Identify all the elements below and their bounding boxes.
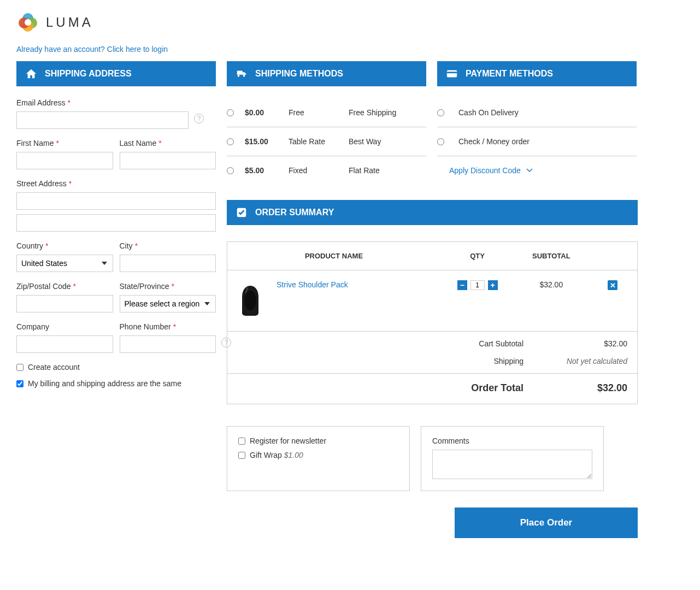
shipping-methods-title: Shipping Methods bbox=[255, 69, 343, 79]
newsletter-checkbox[interactable] bbox=[238, 438, 245, 445]
create-account-checkbox[interactable] bbox=[16, 364, 23, 371]
city-label: City* bbox=[120, 241, 216, 250]
svg-rect-6 bbox=[447, 72, 457, 73]
extras-left-box: Register for newsletter Gift Wrap $1.00 bbox=[227, 426, 410, 491]
state-select[interactable]: Please select a region bbox=[120, 295, 216, 312]
svg-point-8 bbox=[244, 291, 256, 310]
email-tooltip-icon[interactable]: ? bbox=[194, 114, 204, 123]
logo-row: LUMA bbox=[16, 11, 684, 34]
item-subtotal: $32.00 bbox=[514, 270, 588, 332]
state-label: State/Province* bbox=[120, 282, 216, 291]
place-order-button[interactable]: Place Order bbox=[455, 508, 638, 538]
newsletter-label: Register for newsletter bbox=[250, 436, 326, 445]
payment-label: Check / Money order bbox=[458, 137, 530, 146]
shipping-radio[interactable] bbox=[227, 109, 234, 116]
email-label: Email Address* bbox=[16, 98, 189, 107]
last-name-label: Last Name* bbox=[120, 139, 216, 148]
first-name-label: First Name* bbox=[16, 139, 113, 148]
first-name-input[interactable] bbox=[16, 152, 113, 169]
company-label: Company bbox=[16, 322, 113, 331]
shipping-address-header: Shipping Address bbox=[16, 61, 216, 86]
shipping-method-option[interactable]: $0.00 Free Free Shipping bbox=[227, 98, 426, 127]
summary-item-row: Strive Shoulder Pack − + $32.00 ✕ bbox=[227, 270, 638, 332]
shipping-radio[interactable] bbox=[227, 138, 234, 145]
same-billing-label: My billing and shipping address are the … bbox=[28, 379, 181, 388]
order-total-label: Order Total bbox=[237, 382, 523, 394]
phone-label: Phone Number* bbox=[120, 322, 216, 331]
col-product: PRODUCT NAME bbox=[227, 242, 441, 270]
create-account-label: Create account bbox=[28, 363, 80, 371]
shipping-name: Free Shipping bbox=[349, 108, 426, 117]
shipping-radio[interactable] bbox=[227, 167, 234, 174]
brand-text: LUMA bbox=[46, 15, 93, 30]
checkbox-icon bbox=[236, 206, 248, 219]
shipping-carrier: Fixed bbox=[289, 166, 349, 175]
order-total-value: $32.00 bbox=[556, 382, 627, 394]
phone-tooltip-icon[interactable]: ? bbox=[221, 338, 231, 347]
payment-option[interactable]: Cash On Delivery bbox=[437, 98, 637, 127]
cart-subtotal-label: Cart Subtotal bbox=[237, 339, 523, 348]
shipping-methods-header: Shipping Methods bbox=[227, 61, 426, 86]
extras-right-box: Comments bbox=[421, 426, 604, 491]
giftwrap-checkbox[interactable] bbox=[238, 452, 245, 459]
qty-input[interactable] bbox=[470, 280, 485, 290]
email-input[interactable] bbox=[16, 111, 189, 129]
payment-label: Cash On Delivery bbox=[458, 108, 519, 117]
payment-methods-header: Payment Methods bbox=[437, 61, 637, 86]
shipping-total-label: Shipping bbox=[237, 357, 523, 365]
truck-icon bbox=[236, 68, 248, 80]
last-name-input[interactable] bbox=[120, 152, 216, 169]
order-summary-title: Order Summary bbox=[255, 208, 334, 217]
shipping-name: Flat Rate bbox=[349, 166, 426, 175]
street-label: Street Address* bbox=[16, 179, 216, 188]
payment-methods-list: Cash On Delivery Check / Money order App… bbox=[437, 86, 637, 185]
payment-methods-title: Payment Methods bbox=[466, 69, 553, 79]
qty-decrease-button[interactable]: − bbox=[457, 280, 467, 290]
street-input-1[interactable] bbox=[16, 192, 216, 210]
country-label: Country* bbox=[16, 241, 113, 250]
login-link[interactable]: Already have an account? Click here to l… bbox=[16, 45, 168, 54]
zip-input[interactable] bbox=[16, 295, 113, 312]
shipping-method-option[interactable]: $5.00 Fixed Flat Rate bbox=[227, 156, 426, 185]
shipping-price: $0.00 bbox=[245, 108, 289, 117]
payment-radio[interactable] bbox=[437, 109, 444, 116]
same-billing-checkbox[interactable] bbox=[16, 380, 23, 387]
shipping-methods-list: $0.00 Free Free Shipping $15.00 Table Ra… bbox=[227, 86, 426, 185]
phone-input[interactable] bbox=[120, 335, 216, 353]
shipping-address-title: Shipping Address bbox=[45, 69, 132, 79]
city-input[interactable] bbox=[120, 255, 216, 272]
qty-increase-button[interactable]: + bbox=[488, 280, 498, 290]
order-summary-table: PRODUCT NAME QTY SUBTOTAL Strive Shoulde… bbox=[227, 241, 638, 332]
brand-logo-icon bbox=[16, 11, 39, 34]
apply-discount-toggle[interactable]: Apply Discount Code bbox=[449, 166, 521, 175]
home-icon bbox=[25, 68, 37, 80]
street-input-2[interactable] bbox=[16, 214, 216, 232]
payment-radio[interactable] bbox=[437, 138, 444, 145]
company-input[interactable] bbox=[16, 335, 113, 353]
svg-point-4 bbox=[25, 19, 31, 26]
product-image bbox=[234, 280, 267, 321]
shipping-carrier: Table Rate bbox=[289, 137, 349, 146]
country-select[interactable]: United States bbox=[16, 255, 113, 272]
col-subtotal: SUBTOTAL bbox=[514, 242, 588, 270]
payment-option[interactable]: Check / Money order bbox=[437, 127, 637, 156]
col-qty: QTY bbox=[440, 242, 514, 270]
product-name-link[interactable]: Strive Shoulder Pack bbox=[277, 280, 348, 289]
shipping-total-value: Not yet calculated bbox=[556, 357, 627, 365]
remove-item-button[interactable]: ✕ bbox=[608, 280, 617, 290]
comments-textarea[interactable] bbox=[432, 450, 592, 479]
shipping-name: Best Way bbox=[349, 137, 426, 146]
shipping-method-option[interactable]: $15.00 Table Rate Best Way bbox=[227, 127, 426, 156]
shipping-price: $15.00 bbox=[245, 137, 289, 146]
order-summary-header: Order Summary bbox=[227, 200, 638, 225]
credit-card-icon bbox=[446, 68, 458, 80]
chevron-down-icon bbox=[526, 168, 533, 173]
giftwrap-label: Gift Wrap $1.00 bbox=[250, 451, 303, 459]
zip-label: Zip/Postal Code* bbox=[16, 282, 113, 291]
comments-label: Comments bbox=[432, 436, 592, 445]
shipping-carrier: Free bbox=[289, 108, 349, 117]
shipping-price: $5.00 bbox=[245, 166, 289, 175]
svg-rect-5 bbox=[447, 70, 457, 78]
cart-subtotal-value: $32.00 bbox=[556, 339, 627, 348]
